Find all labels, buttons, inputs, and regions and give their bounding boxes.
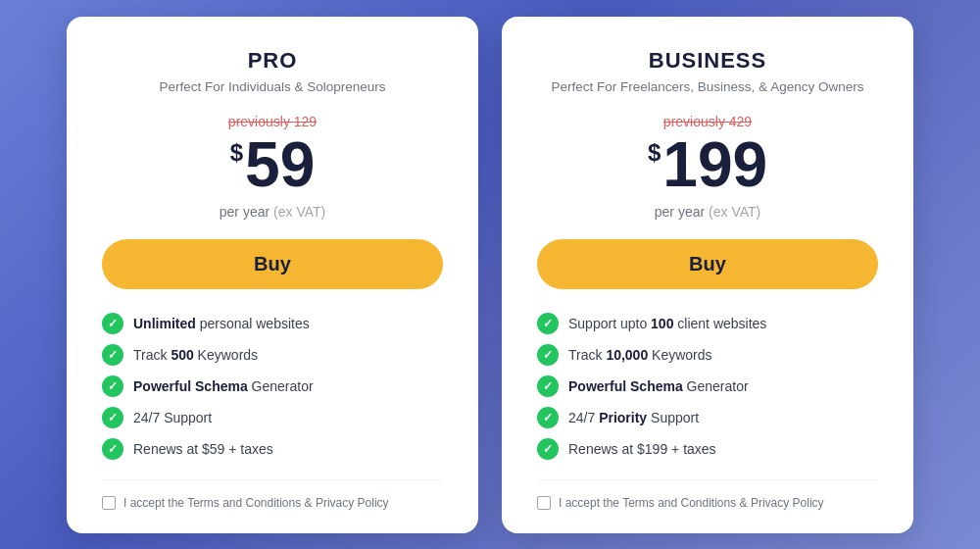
check-icon: ✓ xyxy=(537,313,559,334)
feature-text-business-0: Support upto 100 client websites xyxy=(568,316,766,331)
current-price-business: $199 xyxy=(537,133,878,196)
current-price-pro: $59 xyxy=(102,133,443,196)
features-list-business: ✓Support upto 100 client websites✓Track … xyxy=(537,313,878,460)
features-list-pro: ✓Unlimited personal websites✓Track 500 K… xyxy=(102,313,443,460)
feature-item-pro-4: ✓Renews at $59 + taxes xyxy=(102,438,443,460)
feature-item-pro-0: ✓Unlimited personal websites xyxy=(102,313,443,334)
buy-button-pro[interactable]: Buy xyxy=(102,239,443,289)
price-dollar-pro: $ xyxy=(230,141,243,165)
feature-text-business-4: Renews at $199 + taxes xyxy=(568,441,716,457)
feature-text-business-1: Track 10,000 Keywords xyxy=(568,347,712,363)
check-icon: ✓ xyxy=(102,313,123,334)
plan-card-business: BUSINESSPerfect For Freelancers, Busines… xyxy=(502,17,913,533)
feature-item-business-2: ✓Powerful Schema Generator xyxy=(537,375,878,397)
terms-checkbox-business[interactable] xyxy=(537,496,551,510)
feature-item-business-3: ✓24/7 Priority Support xyxy=(537,407,878,428)
price-dollar-business: $ xyxy=(648,141,661,165)
feature-text-pro-2: Powerful Schema Generator xyxy=(133,378,314,394)
feature-text-pro-0: Unlimited personal websites xyxy=(133,316,310,331)
terms-text-business: I accept the Terms and Conditions & Priv… xyxy=(559,496,824,510)
plan-title-business: BUSINESS xyxy=(537,48,878,74)
price-amount-business: 199 xyxy=(662,133,767,196)
buy-button-business[interactable]: Buy xyxy=(537,239,878,289)
plans-container: PROPerfect For Individuals & Solopreneur… xyxy=(0,0,980,549)
feature-text-pro-4: Renews at $59 + taxes xyxy=(133,441,273,457)
terms-text-pro: I accept the Terms and Conditions & Priv… xyxy=(123,496,389,510)
check-icon: ✓ xyxy=(102,407,123,428)
feature-item-pro-3: ✓24/7 Support xyxy=(102,407,443,428)
terms-row-business: I accept the Terms and Conditions & Priv… xyxy=(537,479,878,510)
price-section-pro: previously 129$59per year (ex VAT) xyxy=(102,114,443,220)
feature-item-business-0: ✓Support upto 100 client websites xyxy=(537,313,878,334)
price-section-business: previously 429$199per year (ex VAT) xyxy=(537,114,878,220)
feature-text-business-2: Powerful Schema Generator xyxy=(568,378,749,394)
feature-item-business-1: ✓Track 10,000 Keywords xyxy=(537,344,878,366)
terms-row-pro: I accept the Terms and Conditions & Priv… xyxy=(102,479,443,510)
feature-text-pro-1: Track 500 Keywords xyxy=(133,347,258,363)
feature-item-pro-2: ✓Powerful Schema Generator xyxy=(102,375,443,397)
check-icon: ✓ xyxy=(537,438,559,460)
feature-text-pro-3: 24/7 Support xyxy=(133,410,212,425)
check-icon: ✓ xyxy=(102,344,123,366)
check-icon: ✓ xyxy=(102,438,123,460)
plan-subtitle-pro: Perfect For Individuals & Solopreneurs xyxy=(102,79,443,94)
plan-title-pro: PRO xyxy=(102,48,443,74)
plan-card-pro: PROPerfect For Individuals & Solopreneur… xyxy=(67,17,478,533)
check-icon: ✓ xyxy=(537,375,559,397)
check-icon: ✓ xyxy=(102,375,123,397)
old-price-business: previously 429 xyxy=(537,114,878,129)
feature-item-pro-1: ✓Track 500 Keywords xyxy=(102,344,443,366)
feature-text-business-3: 24/7 Priority Support xyxy=(568,410,699,425)
check-icon: ✓ xyxy=(537,344,559,366)
price-amount-pro: 59 xyxy=(245,133,315,196)
terms-checkbox-pro[interactable] xyxy=(102,496,116,510)
old-price-pro: previously 129 xyxy=(102,114,443,129)
price-period-pro: per year (ex VAT) xyxy=(102,204,443,220)
plan-subtitle-business: Perfect For Freelancers, Business, & Age… xyxy=(537,79,878,94)
price-period-business: per year (ex VAT) xyxy=(537,204,878,220)
check-icon: ✓ xyxy=(537,407,559,428)
feature-item-business-4: ✓Renews at $199 + taxes xyxy=(537,438,878,460)
